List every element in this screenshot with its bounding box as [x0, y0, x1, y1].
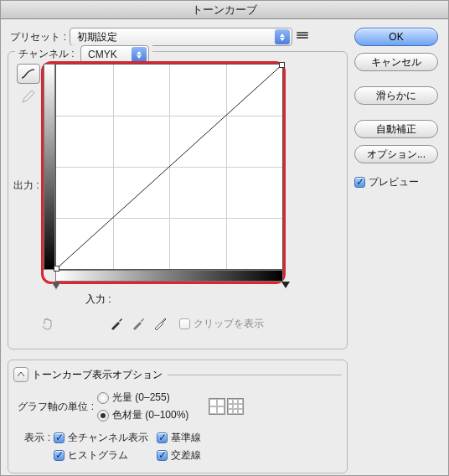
- preview-label: プレビュー: [369, 175, 419, 189]
- axis-light-radio[interactable]: 光量 (0–255): [97, 391, 188, 405]
- window-title: トーンカーブ: [1, 1, 448, 19]
- channel-label: チャンネル :: [18, 48, 75, 60]
- curve-icon: [21, 68, 36, 80]
- black-point-slider[interactable]: [52, 283, 60, 290]
- show-clipping-checkbox[interactable]: クリップを表示: [179, 317, 264, 331]
- checkbox-icon: [54, 432, 65, 443]
- show-all-channels-checkbox[interactable]: 全チャンネル表示: [54, 431, 148, 445]
- auto-button[interactable]: 自動補正: [354, 120, 438, 138]
- input-value: [116, 292, 167, 307]
- divider: [168, 375, 342, 375]
- checkbox-icon: [354, 177, 365, 188]
- curve-grid[interactable]: [55, 64, 283, 270]
- options-button[interactable]: オプション...: [354, 145, 438, 163]
- radio-icon: [97, 392, 109, 404]
- tone-curve-dialog: トーンカーブ プリセット : 初期設定 チャンネル : CMYK: [0, 0, 449, 476]
- curve-editor[interactable]: [44, 64, 283, 282]
- smooth-button[interactable]: 滑らかに: [354, 86, 438, 105]
- curve-line[interactable]: [56, 65, 282, 269]
- black-eyedropper-icon[interactable]: [107, 315, 126, 332]
- show-intersection-checkbox[interactable]: 交差線: [157, 448, 201, 463]
- axis-pigment-radio[interactable]: 色材量 (0–100%): [97, 408, 188, 422]
- white-eyedropper-icon[interactable]: [151, 315, 169, 332]
- preset-select[interactable]: 初期設定: [70, 28, 292, 46]
- preset-label: プリセット :: [8, 30, 70, 44]
- curve-tool-button[interactable]: [17, 64, 40, 84]
- axis-pigment-label: 色材量 (0–100%): [112, 408, 188, 422]
- channel-select[interactable]: CMYK: [80, 45, 149, 64]
- chevron-up-icon: [18, 371, 24, 378]
- checkbox-icon: [179, 318, 190, 329]
- radio-icon: [97, 410, 109, 422]
- curve-point-shadow[interactable]: [54, 266, 59, 272]
- output-gradient: [44, 64, 55, 270]
- chevron-updown-icon: [275, 29, 290, 44]
- show-histogram-checkbox[interactable]: ヒストグラム: [54, 448, 148, 463]
- chevron-updown-icon: [132, 47, 147, 62]
- preset-menu-icon[interactable]: [297, 31, 312, 43]
- svg-line-0: [56, 65, 282, 269]
- white-point-slider[interactable]: [281, 282, 290, 288]
- show-clipping-label: クリップを表示: [194, 317, 264, 331]
- axis-light-label: 光量 (0–255): [112, 391, 170, 405]
- display-options-fieldset: トーンカーブ表示オプション グラフ軸の単位 : 光量 (0–255) 色材量 (…: [8, 360, 348, 473]
- pencil-tool-button[interactable]: [17, 87, 40, 107]
- checkbox-icon: [157, 432, 168, 443]
- show-label: 表示 :: [13, 429, 54, 445]
- ok-button[interactable]: OK: [354, 28, 438, 46]
- disclosure-button[interactable]: [13, 367, 28, 382]
- pencil-icon: [21, 91, 36, 104]
- curve-point-highlight[interactable]: [279, 62, 285, 68]
- output-label: 出力 :: [13, 178, 39, 193]
- axis-unit-label: グラフ軸の単位 :: [13, 400, 97, 414]
- display-options-title: トーンカーブ表示オプション: [32, 368, 163, 382]
- grid-fine-button[interactable]: [227, 398, 244, 415]
- grid-coarse-button[interactable]: [209, 398, 225, 415]
- show-baseline-checkbox[interactable]: 基準線: [157, 431, 201, 445]
- preview-checkbox[interactable]: プレビュー: [354, 175, 419, 189]
- channel-value: CMYK: [88, 49, 126, 60]
- checkbox-icon: [54, 450, 65, 461]
- input-label: 入力 :: [85, 292, 111, 307]
- gray-eyedropper-icon[interactable]: [129, 315, 147, 332]
- hand-tool-icon[interactable]: [39, 315, 57, 332]
- cancel-button[interactable]: キャンセル: [354, 53, 438, 71]
- preset-value: 初期設定: [77, 30, 270, 44]
- channel-fieldset: チャンネル : CMYK: [8, 51, 348, 349]
- input-gradient: [55, 270, 283, 282]
- checkbox-icon: [157, 450, 168, 461]
